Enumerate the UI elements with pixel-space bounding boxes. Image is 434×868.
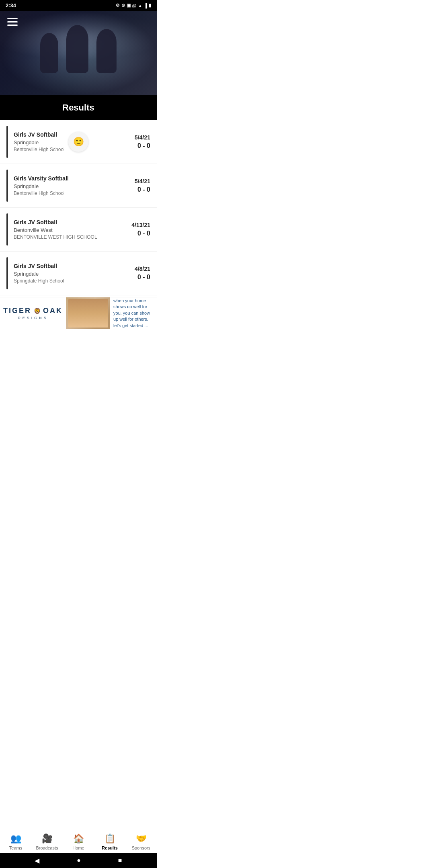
menu-line-3 — [7, 25, 18, 26]
result-info: Girls Varsity Softball Springdale Benton… — [14, 175, 135, 196]
ad-logo-row: TIGER 🦁 OAK — [3, 307, 63, 315]
result-date: 4/13/21 — [131, 222, 150, 228]
result-team: Bentonville West — [14, 227, 131, 233]
results-header: Results — [0, 95, 157, 120]
result-item[interactable]: Girls JV Softball Bentonville West BENTO… — [0, 208, 157, 252]
ad-text[interactable]: when your home shows up well for you, yo… — [110, 297, 157, 329]
result-info: Girls JV Softball Springdale Springdale … — [14, 263, 135, 284]
result-info: Girls JV Softball Bentonville West BENTO… — [14, 219, 131, 240]
result-date: 5/4/21 — [135, 134, 150, 141]
advertisement-banner[interactable]: TIGER 🦁 OAK DESIGNS when your home shows… — [0, 297, 157, 329]
status-time: 2:34 — [6, 2, 16, 8]
ad-logo-text-oak: OAK — [43, 307, 63, 315]
result-sport: Girls JV Softball — [14, 263, 135, 269]
result-score: 0 - 0 — [135, 186, 150, 193]
result-bar — [6, 257, 8, 289]
status-icons: ⚙ ⊘ ▣ @ ▲ ▐ ▮ — [116, 3, 151, 8]
result-bar — [6, 170, 8, 202]
result-team: Springdale — [14, 271, 135, 277]
ad-image-inner — [68, 299, 108, 328]
memory-icon: ▣ — [127, 3, 131, 8]
signal-icon: ▐ — [144, 3, 147, 8]
ad-logo-icon: 🦁 — [34, 308, 41, 314]
result-sport: Girls JV Softball — [14, 219, 131, 225]
results-list-container: Girls JV Softball Springdale Bentonville… — [0, 120, 157, 369]
menu-line-1 — [7, 18, 18, 19]
menu-line-2 — [7, 21, 18, 23]
result-venue: Bentonville High School — [14, 190, 135, 196]
status-bar: 2:34 ⚙ ⊘ ▣ @ ▲ ▐ ▮ — [0, 0, 157, 11]
result-score: 0 - 0 — [135, 142, 150, 149]
result-item[interactable]: Girls JV Softball Springdale Springdale … — [0, 252, 157, 295]
result-date: 4/8/21 — [135, 266, 150, 272]
ad-logo: TIGER 🦁 OAK DESIGNS — [0, 297, 66, 329]
result-score: 0 - 0 — [131, 230, 150, 237]
result-bar — [6, 213, 8, 246]
result-score: 0 - 0 — [135, 274, 150, 281]
ad-logo-text-tiger: TIGER — [3, 307, 31, 315]
result-bar — [6, 126, 8, 158]
result-item[interactable]: Girls Varsity Softball Springdale Benton… — [0, 164, 157, 208]
ad-tagline: when your home shows up well for you, yo… — [113, 298, 154, 329]
wifi-icon: ▲ — [138, 3, 142, 8]
time-display: 2:34 — [6, 2, 16, 8]
ad-logo-sub: DESIGNS — [18, 316, 48, 320]
settings-icon: ⚙ — [116, 3, 120, 8]
vpn-icon: ⊘ — [121, 3, 125, 8]
hero-banner — [0, 11, 157, 95]
hamburger-menu-button[interactable] — [6, 16, 19, 27]
result-score-area: 4/13/21 0 - 0 — [131, 222, 150, 237]
results-title: Results — [62, 102, 94, 113]
result-date: 5/4/21 — [135, 178, 150, 184]
battery-icon: ▮ — [149, 3, 151, 8]
silhouette-player-2 — [66, 25, 88, 73]
result-venue: Springdale High School — [14, 278, 135, 284]
result-team: Springdale — [14, 183, 135, 189]
result-score-area: 5/4/21 0 - 0 — [135, 134, 150, 149]
result-venue: BENTONVILLE WEST HIGH SCHOOL — [14, 234, 131, 240]
result-score-area: 4/8/21 0 - 0 — [135, 266, 150, 281]
silhouette-player-3 — [96, 29, 117, 73]
results-list: Girls JV Softball Springdale Bentonville… — [0, 120, 157, 295]
result-item[interactable]: Girls JV Softball Springdale Bentonville… — [0, 120, 157, 164]
silhouette-player-1 — [40, 33, 58, 73]
result-score-area: 5/4/21 0 - 0 — [135, 178, 150, 193]
ad-image — [66, 297, 110, 329]
hero-silhouettes — [40, 25, 117, 81]
result-smiley-icon: 🙂 — [68, 132, 88, 152]
at-icon: @ — [132, 3, 137, 8]
result-sport: Girls Varsity Softball — [14, 175, 135, 182]
